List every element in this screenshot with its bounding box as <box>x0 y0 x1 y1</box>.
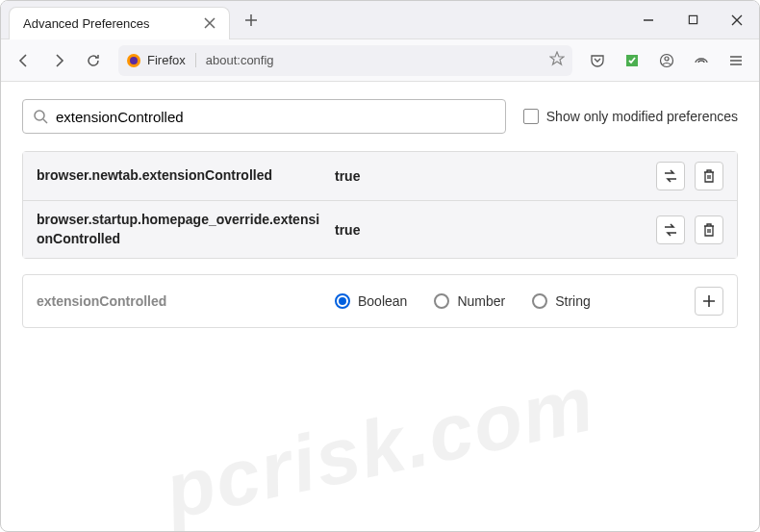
pref-name: browser.startup.homepage_override.extens… <box>37 211 325 248</box>
extension-icon[interactable] <box>617 45 647 76</box>
watermark: pcrisk.com <box>158 358 603 532</box>
account-icon[interactable] <box>651 45 682 76</box>
radio-icon <box>434 293 449 309</box>
hamburger-menu-icon[interactable] <box>721 45 751 76</box>
svg-rect-0 <box>689 15 697 23</box>
toggle-button[interactable] <box>656 215 685 244</box>
new-tab-button[interactable] <box>238 7 265 34</box>
delete-button[interactable] <box>695 215 723 244</box>
minimize-button[interactable] <box>626 1 671 39</box>
radio-label: Boolean <box>358 293 407 309</box>
firefox-icon <box>126 53 141 68</box>
close-window-button[interactable] <box>715 1 759 39</box>
pref-actions <box>656 215 723 244</box>
back-button[interactable] <box>9 45 39 76</box>
pref-name: browser.newtab.extensionControlled <box>37 166 325 186</box>
svg-point-5 <box>665 57 669 61</box>
search-icon <box>33 109 48 124</box>
radio-string[interactable]: String <box>532 293 591 309</box>
bookmark-star-icon[interactable] <box>549 51 565 70</box>
pref-value: true <box>325 168 656 184</box>
radio-icon <box>335 293 350 309</box>
new-pref-row: extensionControlled Boolean Number Strin… <box>22 274 738 328</box>
reload-button[interactable] <box>78 45 109 76</box>
search-input[interactable] <box>56 109 495 125</box>
radio-number[interactable]: Number <box>434 293 505 309</box>
content-area: Show only modified preferences browser.n… <box>1 82 759 345</box>
tab-title: Advanced Preferences <box>23 16 200 31</box>
delete-button[interactable] <box>695 162 723 190</box>
url-bar[interactable]: Firefox about:config <box>118 45 572 76</box>
toggle-button[interactable] <box>656 162 685 190</box>
pocket-icon[interactable] <box>582 45 613 76</box>
radio-label: Number <box>457 293 505 309</box>
checkbox-icon <box>523 109 539 124</box>
window-controls <box>626 1 759 39</box>
pref-value: true <box>325 222 656 238</box>
toolbar: Firefox about:config <box>1 39 759 82</box>
radio-label: String <box>555 293 591 309</box>
search-row: Show only modified preferences <box>22 99 738 134</box>
type-radio-group: Boolean Number String <box>325 293 695 309</box>
new-pref-name: extensionControlled <box>37 293 325 309</box>
show-modified-checkbox[interactable]: Show only modified preferences <box>523 109 738 124</box>
url-text: about:config <box>206 53 549 67</box>
maximize-button[interactable] <box>671 1 715 39</box>
pref-row: browser.newtab.extensionControlled true <box>23 152 737 201</box>
url-brand: Firefox <box>147 53 196 67</box>
browser-tab[interactable]: Advanced Preferences <box>9 7 230 39</box>
checkbox-label: Show only modified preferences <box>546 109 738 124</box>
svg-point-6 <box>35 111 44 120</box>
forward-button[interactable] <box>43 45 74 76</box>
pref-row: browser.startup.homepage_override.extens… <box>23 201 737 258</box>
extensions-menu-icon[interactable] <box>686 45 717 76</box>
pref-actions <box>656 162 723 190</box>
svg-point-2 <box>130 57 138 64</box>
radio-boolean[interactable]: Boolean <box>335 293 407 309</box>
search-box[interactable] <box>22 99 506 134</box>
add-button[interactable] <box>695 287 723 316</box>
titlebar: Advanced Preferences <box>1 1 759 39</box>
radio-icon <box>532 293 547 309</box>
close-tab-icon[interactable] <box>200 13 219 33</box>
pref-table: browser.newtab.extensionControlled true … <box>22 151 738 259</box>
